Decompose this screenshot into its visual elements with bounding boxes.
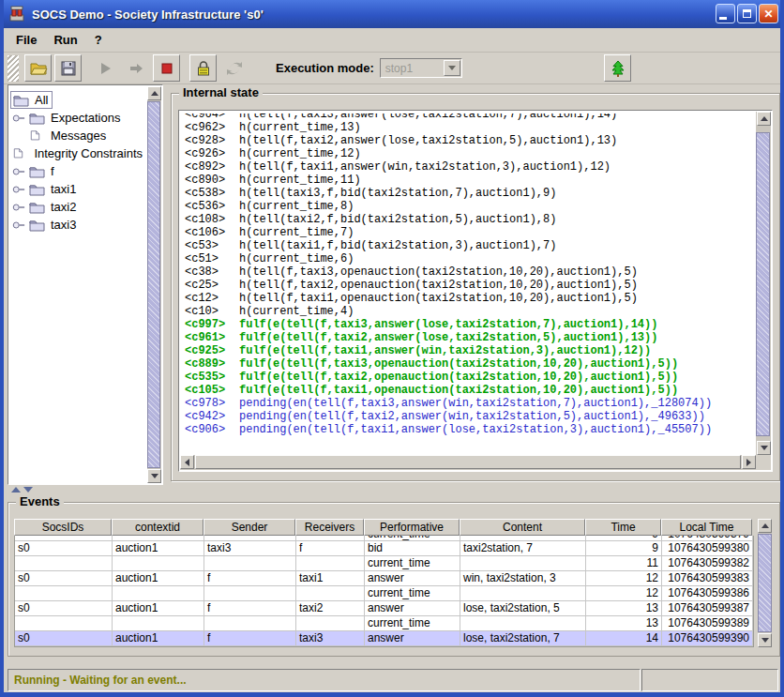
execution-mode-combo[interactable]: stop1: [380, 58, 462, 78]
tree-expand-handle[interactable]: [10, 114, 27, 123]
internal-state-panel: Internal state <c964>h(tell(f,taxi3,answ…: [171, 93, 780, 481]
event-cell-text: taxi1: [299, 571, 323, 584]
event-cell: 1076430599386: [662, 586, 753, 601]
menu-item-file[interactable]: File: [8, 30, 45, 50]
scroll-up-button[interactable]: [147, 86, 161, 100]
event-row[interactable]: current_time111076430599382: [15, 556, 753, 571]
event-cell-text: 14: [646, 631, 658, 644]
execution-mode-label: Execution mode:: [276, 61, 374, 75]
tree-scrollbar[interactable]: [147, 86, 161, 483]
menu-item-help[interactable]: ?: [86, 30, 111, 50]
event-row[interactable]: s0auction1ftaxi1answerwin, taxi2station,…: [15, 571, 753, 586]
tree-expand-handle[interactable]: [10, 185, 27, 194]
tree-scroll-thumb[interactable]: [147, 101, 160, 468]
toolbar-drag-handle[interactable]: [8, 55, 19, 82]
column-header-socsids[interactable]: SocsIDs: [14, 519, 112, 536]
scroll-left-button[interactable]: [180, 455, 194, 469]
open-button[interactable]: [24, 54, 52, 82]
arrow-down-icon: [761, 446, 768, 450]
column-header-local-time[interactable]: Local Time: [661, 519, 752, 536]
tree-item-taxi3[interactable]: taxi3: [10, 216, 146, 234]
event-cell-text: s0: [18, 541, 30, 554]
toolbar: Execution mode: stop1: [4, 53, 780, 84]
event-cell: 11: [586, 556, 662, 571]
collapse-down-button[interactable]: [23, 487, 33, 492]
constraint-id: <c964>: [185, 114, 239, 121]
column-header-performative[interactable]: Performative: [364, 519, 460, 536]
folder-icon: [29, 183, 45, 196]
event-cell-text: auction1: [115, 571, 158, 584]
event-cell: taxi2station, 7: [460, 541, 586, 556]
horizontal-splitter[interactable]: [4, 485, 780, 494]
close-button[interactable]: ✕: [759, 4, 778, 23]
folder-icon: [13, 94, 29, 107]
combo-arrow-button[interactable]: [444, 60, 460, 76]
event-cell: current_time: [365, 586, 460, 601]
state-line: <c108>h(tell(taxi2,f,bid(taxi2station,5)…: [185, 213, 756, 226]
state-line: <c997>fulf(e(tell(f,taxi3,answer(lose,ta…: [185, 318, 756, 331]
tree-expand-handle[interactable]: [10, 220, 27, 230]
scroll-up-button[interactable]: [758, 519, 772, 533]
scroll-thumb[interactable]: [758, 534, 772, 632]
scroll-down-button[interactable]: [147, 469, 161, 483]
tree-item-expectations[interactable]: Expectations: [10, 109, 146, 127]
column-header-time[interactable]: Time: [585, 519, 661, 536]
state-line-content: <c906>pending(en(tell(f,taxi1,answer(los…: [185, 423, 712, 436]
event-row[interactable]: current_time131076430599389: [15, 616, 753, 631]
scroll-thumb[interactable]: [756, 132, 770, 436]
event-cell-text: current_time: [368, 556, 430, 569]
lock-button[interactable]: [189, 54, 217, 82]
tree-item-f[interactable]: f: [10, 162, 146, 180]
column-header-receivers[interactable]: Receivers: [295, 519, 364, 536]
scroll-down-button[interactable]: [758, 633, 772, 647]
scroll-down-button[interactable]: [757, 441, 771, 455]
play-button[interactable]: [91, 54, 118, 82]
vertical-splitter[interactable]: [163, 84, 171, 485]
state-line-content: <c978>pending(en(tell(f,taxi3,answer(win…: [185, 397, 712, 410]
tree-expand-handle[interactable]: [10, 167, 27, 176]
scroll-right-button[interactable]: [742, 455, 756, 469]
menu-item-run[interactable]: Run: [45, 30, 85, 50]
tree-item-content: Expectations: [27, 110, 124, 126]
internal-state-text[interactable]: <c964>h(tell(f,taxi3,answer(lose,taxi2st…: [180, 112, 756, 455]
state-line-content: <c25>h(tell(f,taxi2,openauction(taxi2sta…: [185, 279, 638, 292]
constraint-term: h(tell(f,taxi1,openauction(taxi2station,…: [239, 292, 638, 305]
tree-item-integrity-constraints[interactable]: Integrity Constraints: [10, 144, 146, 162]
event-row[interactable]: s0auction1taxi3fbidtaxi2station, 7910764…: [15, 541, 753, 556]
agents-tree[interactable]: AllExpectationsMessagesIntegrity Constra…: [10, 91, 146, 482]
event-cell-text: current_time: [368, 616, 430, 629]
event-cell-text: 12: [646, 571, 658, 584]
tree-item-messages[interactable]: Messages: [10, 127, 146, 144]
collapse-up-button[interactable]: [11, 487, 21, 492]
events-scrollbar[interactable]: [758, 519, 772, 647]
tree-item-taxi2[interactable]: taxi2: [10, 198, 146, 216]
event-cell-text: answer: [368, 571, 404, 584]
title-bar[interactable]: SOCS Demo - Society Infrastructure 's0' …: [0, 0, 784, 28]
event-cell: [296, 616, 365, 631]
internal-vertical-scrollbar[interactable]: [756, 112, 771, 455]
event-row[interactable]: s0auction1ftaxi2answerlose, taxi2station…: [15, 601, 753, 616]
event-cell: [113, 556, 204, 571]
column-header-content[interactable]: Content: [460, 519, 585, 536]
column-header-sender[interactable]: Sender: [204, 519, 295, 536]
scroll-thumb[interactable]: [195, 455, 741, 469]
event-cell: 1076430599390: [662, 631, 753, 646]
scroll-up-button[interactable]: [757, 112, 771, 126]
event-row[interactable]: current_time121076430599386: [15, 586, 753, 601]
tree-item-taxi1[interactable]: taxi1: [10, 180, 146, 198]
event-cell: lose, taxi2station, 7: [460, 631, 586, 646]
event-row[interactable]: s0auction1ftaxi3answerlose, taxi2station…: [15, 631, 753, 646]
state-line: <c10>h(current_time,4): [185, 305, 756, 318]
stop-button[interactable]: [153, 54, 180, 82]
save-button[interactable]: [54, 54, 82, 82]
column-header-contextid[interactable]: contextid: [112, 519, 204, 536]
events-title: Events: [16, 494, 64, 508]
internal-horizontal-scrollbar[interactable]: [180, 455, 756, 470]
tree-expand-handle[interactable]: [10, 203, 27, 212]
sync-button[interactable]: [220, 54, 248, 82]
society-button[interactable]: [604, 54, 631, 82]
maximize-button[interactable]: [737, 4, 757, 23]
tree-item-all[interactable]: All: [10, 91, 146, 109]
step-button[interactable]: [122, 54, 149, 82]
minimize-button[interactable]: [716, 4, 735, 23]
